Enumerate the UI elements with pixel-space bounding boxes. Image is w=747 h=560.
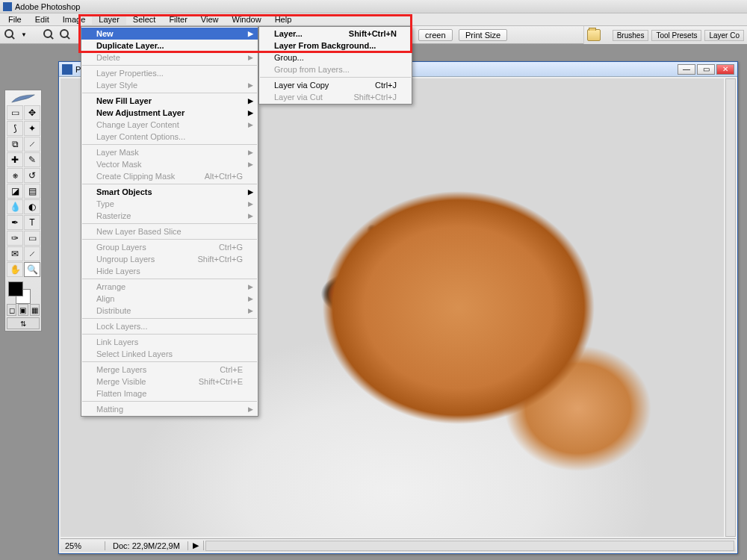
- new-submenu-layer-via-cut: Layer via CutShift+Ctrl+J: [259, 91, 412, 103]
- eraser-tool[interactable]: ◪: [7, 184, 23, 199]
- layer-menu-separator: [82, 401, 257, 402]
- submenu-arrow-icon: ▶: [248, 149, 253, 156]
- brushes-tab[interactable]: Brushes: [613, 30, 649, 41]
- submenu-arrow-icon: ▶: [248, 109, 253, 116]
- horizontal-scrollbar[interactable]: [205, 541, 734, 551]
- move-tool[interactable]: ✥: [24, 105, 40, 120]
- menu-layer[interactable]: Layer: [92, 14, 126, 25]
- print-size-button[interactable]: Print Size: [459, 29, 507, 41]
- menu-item-label: Merge Layers: [96, 365, 146, 374]
- layer-comps-tab[interactable]: Layer Co: [704, 30, 744, 41]
- dodge-tool[interactable]: ◐: [24, 199, 40, 214]
- layer-menu-hide-layers: Hide Layers: [81, 265, 258, 277]
- menu-view[interactable]: View: [194, 14, 226, 25]
- zoom-level[interactable]: 25%: [61, 541, 105, 550]
- new-submenu-layer-from-background[interactable]: Layer From Background...: [259, 40, 412, 52]
- stamp-tool[interactable]: ⎈: [7, 168, 23, 183]
- menu-item-label: Align: [96, 294, 114, 303]
- layer-menu-smart-objects[interactable]: Smart Objects▶: [81, 186, 258, 198]
- zoom-out-icon[interactable]: [60, 29, 72, 41]
- menu-item-label: Ungroup Layers: [96, 255, 155, 264]
- menu-item-label: Smart Objects: [96, 187, 152, 196]
- status-menu-arrow[interactable]: ▶: [188, 541, 204, 550]
- color-swatches[interactable]: [7, 280, 40, 302]
- layer-menu-distribute: Distribute▶: [81, 305, 258, 317]
- layer-menu-new[interactable]: New▶: [81, 28, 258, 40]
- menu-help[interactable]: Help: [268, 14, 299, 25]
- submenu-arrow-icon: ▶: [248, 212, 253, 220]
- heal-tool[interactable]: ✚: [7, 152, 23, 167]
- layer-menu-separator: [82, 144, 257, 145]
- menu-item-label: Layer From Background...: [274, 41, 376, 50]
- new-submenu-layer-via-copy[interactable]: Layer via CopyCtrl+J: [259, 79, 412, 91]
- layer-menu-separator: [82, 334, 257, 335]
- zoom-in-icon[interactable]: [43, 29, 55, 41]
- jump-imageready-button[interactable]: ⇅: [7, 317, 40, 329]
- layer-menu-separator: [82, 318, 257, 319]
- close-button[interactable]: ✕: [716, 64, 734, 75]
- new-submenu-group[interactable]: Group...: [259, 52, 412, 63]
- blur-tool[interactable]: 💧: [7, 199, 23, 214]
- toolbox-header[interactable]: [7, 92, 40, 105]
- screen-mode-2[interactable]: ▦: [30, 304, 40, 316]
- brush-tool[interactable]: ✎: [24, 152, 40, 167]
- file-browser-icon[interactable]: [587, 29, 601, 41]
- menu-item-label: Type: [96, 199, 114, 208]
- layer-menu-rasterize: Rasterize▶: [81, 210, 258, 222]
- menu-item-label: Layer...: [274, 29, 303, 38]
- layer-menu-new-adjustment-layer[interactable]: New Adjustment Layer▶: [81, 107, 258, 119]
- pen-tool[interactable]: ✑: [7, 231, 23, 246]
- hand-tool[interactable]: ✋: [7, 262, 23, 277]
- menu-window[interactable]: Window: [226, 14, 268, 25]
- fit-screen-button[interactable]: creen: [418, 29, 453, 41]
- eyedrop-tool[interactable]: ⟋: [24, 246, 40, 261]
- new-submenu-layer[interactable]: Layer...Shift+Ctrl+N: [259, 28, 412, 40]
- layer-menu-arrange: Arrange▶: [81, 281, 258, 293]
- layer-menu-layer-style: Layer Style▶: [81, 79, 258, 91]
- type-tool[interactable]: T: [24, 215, 40, 230]
- minimize-button[interactable]: —: [678, 64, 695, 75]
- foreground-color-swatch[interactable]: [8, 281, 23, 296]
- menu-file[interactable]: File: [1, 14, 28, 25]
- zoom-tool-icon: [4, 29, 16, 41]
- notes-tool[interactable]: ✉: [7, 246, 23, 261]
- screen-mode-0[interactable]: ◻: [7, 304, 16, 316]
- shape-tool[interactable]: ▭: [24, 231, 40, 246]
- menu-filter[interactable]: Filter: [162, 14, 193, 25]
- menu-item-label: Layer via Copy: [274, 81, 329, 90]
- vertical-scrollbar[interactable]: [725, 78, 736, 537]
- layer-menu-select-linked-layers: Select Linked Layers: [81, 348, 258, 360]
- document-icon: [62, 64, 72, 75]
- menu-item-label: Rasterize: [96, 211, 131, 220]
- slice-tool[interactable]: ⟋: [24, 137, 40, 152]
- menu-edit[interactable]: Edit: [28, 14, 56, 25]
- submenu-arrow-icon: ▶: [248, 97, 253, 105]
- menu-item-label: Group...: [274, 53, 304, 62]
- maximize-button[interactable]: ▭: [697, 64, 715, 75]
- dropdown-arrow-icon[interactable]: ▼: [21, 31, 27, 38]
- marquee-tool[interactable]: ▭: [7, 105, 23, 120]
- layer-menu-change-layer-content: Change Layer Content▶: [81, 119, 258, 131]
- submenu-arrow-icon: ▶: [248, 283, 253, 290]
- menu-shortcut: Ctrl+E: [220, 365, 243, 374]
- wand-tool[interactable]: ✦: [24, 121, 40, 136]
- screen-mode-1[interactable]: ▣: [18, 304, 28, 316]
- doc-info[interactable]: Doc: 22,9M/22,9M: [105, 541, 188, 550]
- history-tool[interactable]: ↺: [24, 168, 40, 183]
- path-tool[interactable]: ✒: [7, 215, 23, 230]
- menu-image[interactable]: Image: [56, 14, 93, 25]
- menu-select[interactable]: Select: [126, 14, 163, 25]
- menu-shortcut: Ctrl+J: [375, 81, 397, 90]
- crop-tool[interactable]: ⧉: [7, 137, 23, 152]
- document-statusbar: 25% Doc: 22,9M/22,9M ▶: [61, 538, 736, 552]
- zoom-tool[interactable]: 🔍: [24, 262, 40, 277]
- lasso-tool[interactable]: ⟆: [7, 121, 23, 136]
- gradient-tool[interactable]: ▤: [24, 184, 40, 199]
- menu-item-label: Merge Visible: [96, 377, 146, 386]
- menu-item-label: Create Clipping Mask: [96, 172, 175, 181]
- app-title: Adobe Photoshop: [15, 2, 80, 11]
- layer-menu-duplicate-layer[interactable]: Duplicate Layer...: [81, 40, 258, 52]
- tool-presets-tab[interactable]: Tool Presets: [651, 30, 701, 41]
- layer-menu-delete: Delete▶: [81, 52, 258, 63]
- layer-menu-new-fill-layer[interactable]: New Fill Layer▶: [81, 95, 258, 107]
